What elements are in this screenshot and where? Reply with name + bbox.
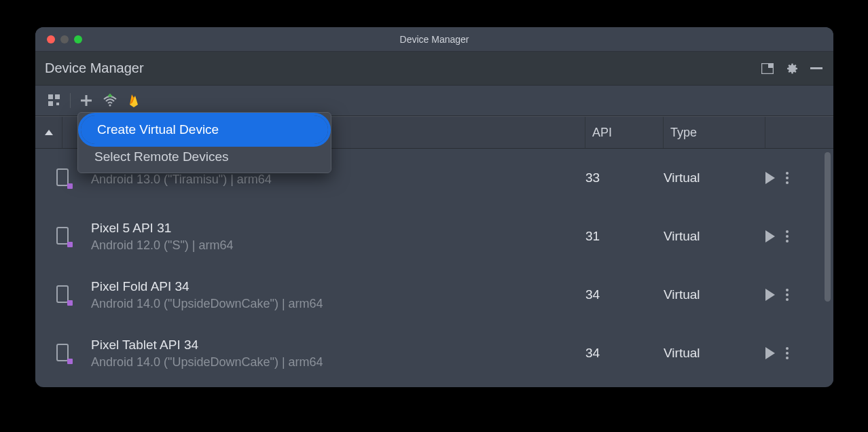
device-actions — [765, 289, 833, 301]
svg-rect-5 — [48, 101, 53, 106]
toolbar-separator — [70, 93, 71, 108]
minimize-panel-icon[interactable] — [809, 61, 824, 76]
type-column-header[interactable]: Type — [664, 117, 765, 148]
phone-icon — [56, 227, 70, 246]
table-row[interactable]: Pixel 5 API 31 Android 12.0 ("S") | arm6… — [35, 207, 833, 266]
panel-header: Device Manager — [35, 52, 833, 86]
panel-actions — [760, 61, 824, 76]
table-row[interactable]: Pixel Fold API 34 Android 14.0 ("UpsideD… — [35, 266, 833, 324]
device-actions — [765, 347, 833, 359]
play-icon[interactable] — [765, 347, 775, 359]
device-info: Pixel Fold API 34 Android 14.0 ("UpsideD… — [91, 279, 585, 311]
traffic-lights — [35, 35, 82, 43]
play-icon[interactable] — [765, 230, 775, 242]
device-subtitle: Android 13.0 ("Tiramisu") | arm64 — [91, 173, 585, 187]
titlebar: Device Manager — [35, 27, 833, 52]
device-info: Pixel 5 API 31 Android 12.0 ("S") | arm6… — [91, 221, 585, 253]
phone-icon — [56, 285, 70, 304]
svg-rect-3 — [48, 94, 53, 99]
svg-rect-4 — [55, 94, 60, 99]
device-subtitle: Android 12.0 ("S") | arm64 — [91, 238, 585, 253]
device-actions — [765, 230, 833, 242]
table-row[interactable]: Pixel Tablet API 34 Android 14.0 ("Upsid… — [35, 324, 833, 382]
device-api: 31 — [585, 229, 664, 244]
maximize-window-button[interactable] — [74, 35, 82, 43]
add-device-icon[interactable] — [75, 90, 97, 111]
add-device-dropdown: Create Virtual Device Select Remote Devi… — [77, 112, 331, 173]
device-icon-cell — [35, 285, 91, 304]
vertical-scrollbar[interactable] — [825, 152, 831, 302]
device-info: Pixel Tablet API 34 Android 14.0 ("Upsid… — [91, 338, 585, 370]
more-icon[interactable] — [786, 347, 789, 359]
phone-icon — [56, 168, 70, 187]
device-type: Virtual — [664, 287, 765, 302]
play-icon[interactable] — [765, 172, 775, 184]
grid-view-icon[interactable] — [43, 90, 65, 111]
sort-column-header[interactable] — [35, 117, 62, 148]
svg-rect-6 — [56, 103, 59, 105]
more-icon[interactable] — [786, 172, 789, 184]
actions-column-header — [765, 117, 833, 148]
more-icon[interactable] — [786, 230, 789, 242]
play-icon[interactable] — [765, 289, 775, 301]
select-remote-devices-item[interactable]: Select Remote Devices — [78, 144, 331, 170]
firebase-icon[interactable] — [123, 90, 145, 111]
device-type: Virtual — [664, 346, 765, 361]
api-column-header[interactable]: API — [585, 117, 664, 148]
device-manager-window: Device Manager Device Manager — [35, 27, 833, 387]
svg-rect-2 — [810, 67, 822, 69]
svg-point-9 — [109, 104, 111, 106]
device-api: 33 — [585, 170, 664, 185]
toolbar: Create Virtual Device Select Remote Devi… — [35, 86, 833, 116]
panel-title: Device Manager — [45, 60, 760, 76]
device-name: Pixel Tablet API 34 — [91, 338, 585, 353]
phone-icon — [56, 344, 70, 363]
device-icon-cell — [35, 227, 91, 246]
device-type: Virtual — [664, 229, 765, 244]
create-virtual-device-item[interactable]: Create Virtual Device — [81, 115, 328, 144]
gear-icon[interactable] — [784, 61, 799, 76]
device-name: Pixel 5 API 31 — [91, 221, 585, 236]
minimize-window-button[interactable] — [60, 35, 69, 43]
device-api: 34 — [585, 287, 664, 302]
device-name: Pixel Fold API 34 — [91, 279, 585, 294]
device-type: Virtual — [664, 170, 765, 185]
dock-icon[interactable] — [760, 61, 775, 76]
window-title: Device Manager — [400, 34, 469, 45]
close-window-button[interactable] — [47, 35, 55, 43]
device-api: 34 — [585, 346, 664, 361]
svg-rect-8 — [81, 100, 92, 102]
device-table-body: Android 13.0 ("Tiramisu") | arm64 33 Vir… — [35, 149, 833, 382]
device-icon-cell — [35, 344, 91, 363]
wifi-pair-icon[interactable] — [99, 90, 121, 111]
more-icon[interactable] — [786, 289, 789, 301]
sort-ascending-icon — [45, 130, 53, 135]
device-subtitle: Android 14.0 ("UpsideDownCake") | arm64 — [91, 297, 585, 311]
device-actions — [765, 172, 833, 184]
device-subtitle: Android 14.0 ("UpsideDownCake") | arm64 — [91, 355, 585, 370]
svg-rect-11 — [108, 95, 112, 96]
svg-rect-1 — [768, 63, 774, 68]
